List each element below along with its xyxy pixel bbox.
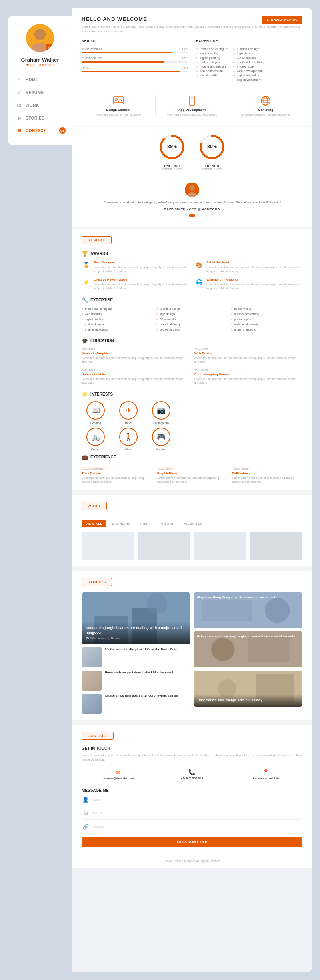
contact-info-row: ✉ resume@domain.com 📞 +1(800) 555 548 📍 … xyxy=(82,767,302,782)
phone-icon: 📞 xyxy=(157,769,227,775)
service-app: App Development Well coded apps suitable… xyxy=(155,92,229,120)
profile-title: ★ App Developer xyxy=(26,63,54,67)
avatar-edit-button[interactable]: ✏ xyxy=(46,44,53,51)
service-marketing: Marketing Affordable targeted media for … xyxy=(229,92,302,120)
interest-reading: 📖 Reading xyxy=(82,401,110,424)
language-french: 80% FRENCH EXPERIENCE xyxy=(198,133,226,171)
story-thumb xyxy=(82,694,102,714)
tab-print[interactable]: PRINT xyxy=(136,520,155,527)
svg-text:80%: 80% xyxy=(207,144,217,149)
expertise-items-grid: Install and configure ui and ui design s… xyxy=(82,307,302,331)
testimonial-dots xyxy=(90,214,294,217)
design-concept-title: Design Concept xyxy=(85,108,152,112)
story-medium-right[interactable]: Rosemarie's slow change sells out quickl… xyxy=(194,671,302,707)
hello-grid: SKILLS WORDPRESS 85% xyxy=(82,39,302,82)
experience-icon: 💼 xyxy=(82,454,88,460)
award-item: ⚡ Creative Power Award Lorem ipsum dolor… xyxy=(82,278,190,291)
story-small[interactable]: It's the most hustle place: Life at the … xyxy=(82,647,190,667)
download-cv-button[interactable]: ⬇ DOWNLOAD CV xyxy=(262,16,302,24)
edu-item: 2011-2013 University of Art Lorem ipsum … xyxy=(82,369,190,385)
app-dev-desc: Well coded apps suitable for your needs xyxy=(158,113,226,117)
expertise-item: app development xyxy=(233,78,264,82)
hiking-icon: 🚶 xyxy=(119,428,138,446)
edu-item: 2011-2013 Photoshopping Course Lorem ips… xyxy=(194,369,302,385)
interests-row: 📖 Reading ✈ Travel 📷 Photography xyxy=(82,401,302,424)
tab-branding[interactable]: BRANDING xyxy=(108,520,135,527)
expertise-item: logo design xyxy=(233,51,264,56)
resume-section-label: RESUME xyxy=(82,236,112,244)
svg-text:88%: 88% xyxy=(167,144,177,149)
work-section-label: WORK xyxy=(82,502,107,510)
dot xyxy=(185,214,187,217)
story-small[interactable]: Cruise ships torn apart after coronaviru… xyxy=(82,694,190,714)
language-english: 88% ENGLISH EXPERIENCE xyxy=(158,133,186,171)
story-thumb xyxy=(82,647,102,667)
portfolio-item[interactable] xyxy=(82,532,134,560)
name-input[interactable] xyxy=(93,798,302,801)
cycling-icon: 🚲 xyxy=(86,428,105,446)
contact-icon: ✉ xyxy=(16,127,22,134)
expertise-grid-item: ui and ui design xyxy=(156,307,228,311)
edu-item: 2011-2013 Master in Graphics Lorem ipsum… xyxy=(82,348,190,364)
experience-section-title: 💼 EXPERIENCE xyxy=(82,454,302,460)
interest-hiking: 🚶 Hiking xyxy=(114,428,142,451)
testimonial-author: DAVE SMITH - CEO @ ACMEORG xyxy=(90,207,294,211)
form-email-row: ✉ xyxy=(82,810,302,820)
french-sublabel: EXPERIENCE xyxy=(198,168,226,171)
story-small[interactable]: How much respect does Latest title deser… xyxy=(82,671,190,691)
expertise-grid-item: graphical design xyxy=(156,323,228,326)
tab-view-all[interactable]: VIEW ALL xyxy=(82,520,106,527)
testimonial-avatar xyxy=(185,183,199,197)
sidebar-item-contact[interactable]: ✉ CONTACT 05 xyxy=(8,124,72,137)
exp-item: 2011-CURRENT TrendDancer Lorem ipsum dol… xyxy=(82,464,152,484)
tab-websites[interactable]: WEBSITES xyxy=(180,520,207,527)
stories-main-grid: Scotland's jungle islands are dealing wi… xyxy=(82,592,302,714)
award-icon: 🏅 xyxy=(82,261,90,269)
award-title: Best Designer xyxy=(94,261,190,264)
skill-wordpress: WORDPRESS 85% xyxy=(82,47,188,53)
portfolio-item[interactable] xyxy=(250,532,302,560)
english-sublabel: EXPERIENCE xyxy=(158,168,186,171)
expertise-item: mobile app design xyxy=(196,64,228,69)
contact-phone: 📞 +1(800) 555 548 xyxy=(155,767,229,782)
tab-motion[interactable]: MOTION xyxy=(157,520,179,527)
expertise-item: ui and ui design xyxy=(233,47,264,51)
award-title: Creative Power Award xyxy=(94,278,190,281)
story-medium-bottom[interactable]: Using hand sanitiser may be giving you a… xyxy=(194,631,302,667)
award-item: 🎨 Art of the Week Lorem ipsum dolor sit … xyxy=(194,261,302,273)
sidebar-item-work[interactable]: 🗂 WORK xyxy=(8,99,72,112)
stories-section: STORIES xyxy=(72,569,312,720)
award-item: 🌐 Website of the Month Lorem ipsum dolor… xyxy=(194,278,302,291)
website-input[interactable] xyxy=(93,825,302,829)
award-icon: ⚡ xyxy=(82,278,90,287)
sidebar-item-home[interactable]: ⌂ HOME xyxy=(8,73,72,86)
contact-address: 📍 Accountstreet 210 xyxy=(229,767,302,782)
email-icon: ✉ xyxy=(83,769,153,775)
story-medium-top[interactable]: Why does Hong Kong wrap its sweets in co… xyxy=(194,592,302,628)
portfolio-item[interactable] xyxy=(194,532,246,560)
sidebar-item-resume[interactable]: 📄 RESUME xyxy=(8,86,72,99)
expertise-item: audio video editing xyxy=(233,60,264,64)
svg-rect-30 xyxy=(202,600,252,621)
interests-section-title: ⭐ INTERESTS xyxy=(82,391,302,397)
exp-item: 2014-2016 DeBlueboss Lorem ipsum dolor s… xyxy=(232,464,302,484)
resume-section: RESUME 🏆 AWARDS 🏅 Best Designer Lorem ip… xyxy=(72,229,312,490)
expertise-grid-item: photography xyxy=(231,317,302,321)
email-form-icon: ✉ xyxy=(82,810,90,816)
marketing-desc: Affordable targeted media for everyone xyxy=(232,113,299,117)
get-in-touch-desc: Lorem ipsum dolor sit amet consectetur a… xyxy=(82,753,302,762)
expertise-item: 3D animation xyxy=(233,56,264,60)
message-me-title: MESSAGE ME xyxy=(82,788,302,793)
award-desc: Lorem ipsum dolor sit amet consectetur a… xyxy=(206,283,302,291)
app-dev-title: App Development xyxy=(158,108,226,112)
expertise-grid-item: social media xyxy=(231,307,302,311)
send-message-button[interactable]: SEND MESSAGE xyxy=(82,837,302,847)
expertise-list-right: ui and ui design logo design 3D animatio… xyxy=(233,47,264,82)
email-input[interactable] xyxy=(93,811,302,815)
photography-icon: 📷 xyxy=(152,401,170,420)
work-tabs: VIEW ALL BRANDING PRINT MOTION WEBSITES xyxy=(82,520,302,527)
sidebar-item-stories[interactable]: ▶ STORIES xyxy=(8,112,72,124)
svg-point-6 xyxy=(115,98,118,101)
portfolio-item[interactable] xyxy=(138,532,190,560)
story-card-large[interactable]: Scotland's jungle islands are dealing wi… xyxy=(82,592,190,644)
